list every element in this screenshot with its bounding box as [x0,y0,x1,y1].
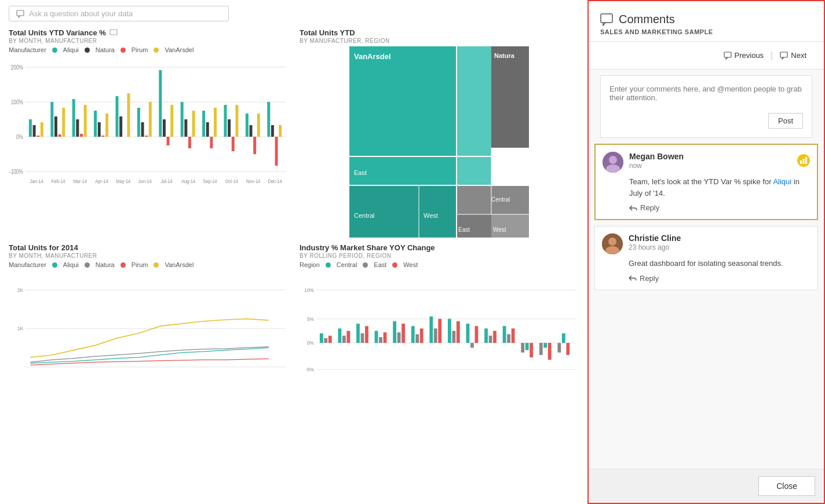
treemap: VanArsdel East Central West Natura [300,46,579,238]
comments-subtitle: SALES AND MARKETING SAMPLE [600,28,812,35]
svg-rect-72 [457,46,491,185]
svg-rect-107 [320,333,323,343]
svg-rect-108 [324,338,327,343]
comment-time-1: now [629,162,791,170]
legend-aliqui-dot [52,48,57,53]
comments-icon [600,13,613,26]
svg-rect-121 [401,324,405,343]
dashboard-area: Ask a question about your data Total Uni… [0,0,587,504]
close-button[interactable]: Close [758,476,815,496]
svg-rect-139 [512,328,515,343]
svg-rect-39 [184,119,187,137]
svg-rect-142 [530,343,533,357]
svg-rect-87 [491,214,529,238]
avatar-megan [603,152,623,173]
svg-rect-143 [539,343,543,355]
comment-input[interactable] [609,85,803,111]
svg-text:100%: 100% [11,99,23,105]
svg-rect-46 [224,105,227,137]
reply-button-2[interactable]: Reply [629,274,811,283]
svg-text:1K: 1K [17,326,24,331]
svg-text:Jan-14: Jan-14 [30,178,43,184]
previous-button[interactable]: Previous [718,48,770,63]
svg-rect-16 [59,134,61,137]
svg-point-159 [608,238,616,246]
avatar-christie [602,233,623,254]
svg-rect-47 [228,119,231,137]
line-chart-svg: 2K 1K [9,271,288,386]
svg-rect-26 [115,96,118,137]
svg-rect-131 [466,324,470,343]
svg-rect-52 [253,137,256,154]
total-units-2014-subtitle: BY MONTH, MANUFACTURER [9,253,288,259]
treemap-section: Total Units YTD BY MANUFACTURER, REGION … [300,28,579,238]
svg-rect-118 [384,333,387,343]
svg-text:0%: 0% [307,340,315,346]
svg-rect-117 [379,337,382,343]
svg-rect-130 [457,322,460,343]
svg-rect-113 [356,324,360,343]
svg-text:2K: 2K [17,287,24,293]
legend2-natura-dot [85,262,90,268]
industry-chart-subtitle: BY ROLLING PERIOD, REGION [300,253,579,259]
comment-header-1: Megan Bowen now [603,152,810,173]
svg-rect-111 [342,335,346,342]
comment-card-2: Christie Cline 23 hours ago Great dashbo… [594,226,818,290]
post-button[interactable]: Post [768,113,803,129]
comments-footer: Close [589,469,824,503]
bar-chart-subtitle: BY MONTH, MANUFACTURER [9,38,288,44]
comments-header: Comments SALES AND MARKETING SAMPLE [589,1,824,42]
svg-rect-20 [80,134,83,137]
svg-text:10%: 10% [304,287,314,293]
svg-rect-115 [365,326,368,343]
comment-card-1: Megan Bowen now Team, let's look at the … [594,144,818,220]
treemap-subtitle: BY MANUFACTURER, REGION [300,38,579,44]
comment-body-1: Team, let's look at the YTD Var % spike … [629,176,810,199]
legend3-central-dot [326,262,331,268]
reply-icon-1 [629,204,637,212]
reply-button-1[interactable]: Reply [629,203,810,212]
comment-body-2: Great dashboard for isolating seasonal t… [629,258,811,269]
bar-chart-svg: 200% 100% 0% -100% [9,56,288,189]
svg-rect-25 [105,114,108,137]
svg-rect-148 [566,343,570,355]
comments-list: Megan Bowen now Team, let's look at the … [589,144,824,469]
comments-panel: Comments SALES AND MARKETING SAMPLE Prev… [587,0,825,504]
svg-text:VanArsdel: VanArsdel [354,52,391,61]
avatar-image-megan [603,152,623,173]
svg-text:Mar-14: Mar-14 [73,178,87,184]
svg-rect-122 [411,326,415,343]
svg-rect-11 [33,125,36,137]
svg-text:Jul-14: Jul-14 [160,178,173,184]
svg-rect-155 [800,160,802,164]
svg-rect-12 [36,136,39,137]
svg-rect-51 [250,125,253,137]
ask-bar[interactable]: Ask a question about your data [9,6,229,21]
svg-text:West: West [424,212,438,219]
svg-text:Jun-14: Jun-14 [138,178,152,184]
treemap-title: Total Units YTD [300,28,579,37]
svg-rect-43 [206,122,209,137]
bar-chart-section: Total Units YTD Variance % BY MONTH, MAN… [9,28,288,238]
svg-rect-147 [562,333,565,343]
svg-rect-132 [470,343,474,348]
comment-input-area: Post [600,75,812,138]
next-button[interactable]: Next [774,48,812,63]
svg-rect-126 [434,328,437,343]
comment-author-1: Megan Bowen [629,152,791,161]
industry-chart-title: Industry % Market Share YOY Change [300,243,579,252]
svg-rect-38 [181,102,184,137]
legend-natura-dot [85,48,90,53]
svg-rect-145 [548,343,552,360]
svg-rect-55 [271,125,274,137]
svg-text:East: East [458,227,470,233]
svg-rect-125 [429,316,433,343]
svg-rect-80 [491,46,529,148]
treemap-svg: VanArsdel East Central West Natura [300,46,579,238]
svg-rect-21 [84,105,87,137]
svg-rect-144 [543,343,547,348]
svg-rect-53 [257,114,260,137]
svg-rect-136 [493,331,497,343]
comments-title: Comments [600,13,812,26]
svg-rect-23 [98,122,101,137]
